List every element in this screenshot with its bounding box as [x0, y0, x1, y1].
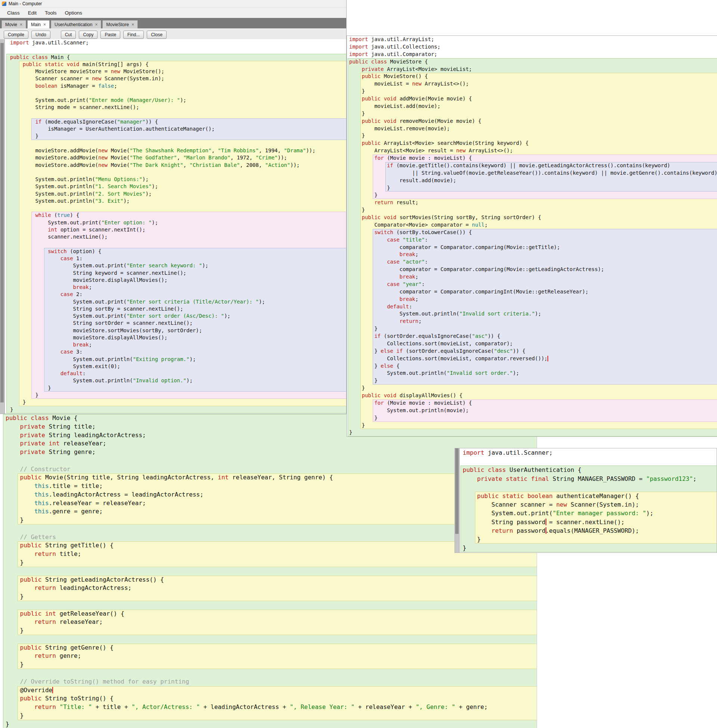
code-line: case "actor": [347, 258, 717, 266]
code-text: comparator = Comparator.comparingInt(Mov… [347, 288, 717, 296]
code-line [0, 669, 537, 678]
tab-close-icon[interactable]: × [95, 22, 98, 27]
tab-label: Main [31, 22, 41, 27]
tab-close-icon[interactable]: × [20, 22, 23, 27]
code-line: comparator = Comparator.comparingInt(Mov… [347, 288, 717, 296]
code-text: return password.equals(MANAGER_PASSWORD)… [460, 526, 717, 535]
code-text: return "Title: " + title + ", Actor/Actr… [0, 703, 537, 711]
code-text: public class UserAuthentication { [460, 466, 717, 474]
scrollbar-thumb[interactable] [455, 448, 459, 534]
code-text: } [0, 592, 537, 601]
copy-button[interactable]: Copy [79, 30, 98, 39]
code-line: Collections.sort(movieList, comparator.r… [347, 355, 717, 362]
text-caret [548, 356, 548, 361]
code-line: System.out.print("Enter manager password… [460, 509, 717, 518]
code-line: } [0, 626, 537, 635]
code-line: public static boolean authenticateManage… [460, 492, 717, 500]
close-button[interactable]: Close [147, 30, 166, 39]
code-line: } [5, 406, 346, 413]
code-line: System.exit(0); [5, 363, 346, 370]
code-text: break; [5, 341, 346, 348]
undo-button[interactable]: Undo [31, 30, 50, 39]
code-text: } [347, 385, 717, 392]
code-text: public ArrayList<Movie> searchMovie(Stri… [347, 140, 717, 147]
tab-close-icon[interactable]: × [43, 22, 46, 27]
code-line: public void removeMovie(Movie movie) { [347, 117, 717, 125]
code-line: movieStore.addMovie(new Movie("The Godfa… [5, 154, 346, 161]
find-button[interactable]: Find... [123, 30, 144, 39]
code-line [0, 567, 537, 576]
code-text: return; [347, 318, 717, 325]
bluej-app-icon [2, 2, 6, 6]
scrollbar-thumb[interactable] [0, 43, 4, 402]
menu-class[interactable]: Class [3, 9, 24, 17]
code-line: } [347, 206, 717, 214]
code-text: // Override toString() method for easy p… [0, 678, 537, 686]
code-text: return releaseYear; [0, 618, 537, 626]
cut-button[interactable]: Cut [61, 30, 76, 39]
code-text: String mode = scanner.nextLine(); [5, 104, 346, 111]
code-text: public static boolean authenticateManage… [460, 492, 717, 500]
menu-tools[interactable]: Tools [41, 9, 61, 17]
code-line: // Override toString() method for easy p… [0, 678, 537, 686]
code-text: case 1: [5, 255, 346, 262]
code-line: return result; [347, 199, 717, 206]
titlebar[interactable]: Main - Computer [0, 0, 346, 8]
text-caret [546, 527, 546, 534]
window-title: Main - Computer [9, 1, 42, 6]
scope-band [3, 669, 537, 678]
code-line [5, 46, 346, 53]
code-editor-userauthentication[interactable]: import java.util.Scanner;public class Us… [460, 448, 717, 553]
code-editor-moviestore[interactable]: import java.util.ArrayList;import java.u… [346, 35, 717, 437]
tab-movie[interactable]: Movie × [2, 20, 26, 28]
code-text: switch (sortBy.toLowerCase()) { [347, 229, 717, 236]
code-text: } [0, 626, 537, 635]
code-text: result.add(movie); [347, 177, 717, 184]
tab-moviestore[interactable]: MovieStore × [102, 20, 138, 28]
code-text: } else { [347, 362, 717, 370]
code-line: movieStore.addMovie(new Movie("The Shaws… [5, 147, 346, 154]
userauth-editor-scrollbar[interactable] [455, 448, 460, 553]
code-line: public String getLeadingActorActress() { [0, 576, 537, 584]
tab-userauthentication[interactable]: UserAuthentication × [51, 20, 101, 28]
code-line: System.out.println("3. Exit"); [5, 198, 346, 205]
code-line: String sortOrder = scanner.nextLine(); [5, 320, 346, 327]
code-text: if (movie.getTitle().contains(keyword) |… [347, 162, 717, 169]
code-line: private static final String MANAGER_PASS… [460, 475, 717, 483]
code-line: } [5, 391, 346, 399]
code-text: Comparator<Movie> comparator = null; [347, 221, 717, 229]
paste-button[interactable]: Paste [101, 30, 120, 39]
code-text: || String.valueOf(movie.getReleaseYear()… [347, 169, 717, 177]
code-text: for (Movie movie : movieList) { [347, 399, 717, 407]
code-line: case 1: [5, 255, 346, 262]
menu-edit[interactable]: Edit [24, 9, 41, 17]
code-line: break; [347, 251, 717, 258]
code-line: System.out.print("Enter option: "); [5, 219, 346, 226]
code-text: isManager = UserAuthentication.authentic… [5, 125, 346, 133]
menu-options[interactable]: Options [61, 9, 87, 17]
code-text: } [347, 88, 717, 95]
code-line: import java.util.Comparator; [347, 51, 717, 58]
code-line: isManager = UserAuthentication.authentic… [5, 125, 346, 133]
scope-band [19, 205, 346, 212]
code-text: public void displayAllMovies() { [347, 392, 717, 399]
code-line: System.out.println("Exiting program."); [5, 356, 346, 363]
code-line: case 3: [5, 348, 346, 355]
code-text: } [460, 544, 717, 552]
code-line: public void sortMovies(String sortBy, St… [347, 214, 717, 221]
code-line: } else { [347, 362, 717, 370]
main-editor-scrollbar[interactable] [0, 39, 5, 414]
tab-main[interactable]: Main × [27, 20, 50, 28]
code-text: public int getReleaseYear() { [0, 610, 537, 618]
code-editor-main[interactable]: import java.util.Scanner;public class Ma… [5, 39, 346, 414]
code-line: } [460, 544, 717, 552]
code-line: String sortBy = scanner.nextLine(); [5, 305, 346, 312]
compile-button[interactable]: Compile [4, 30, 28, 39]
code-text: import java.util.Scanner; [5, 39, 346, 46]
tab-close-icon[interactable]: × [131, 22, 134, 27]
code-line: movieStore.displayAllMovies(); [5, 277, 346, 284]
scope-band [19, 169, 346, 176]
code-text: @Override [0, 686, 537, 695]
code-text: } [347, 184, 717, 192]
code-line: movieStore.addMovie(new Movie("The Dark … [5, 161, 346, 169]
